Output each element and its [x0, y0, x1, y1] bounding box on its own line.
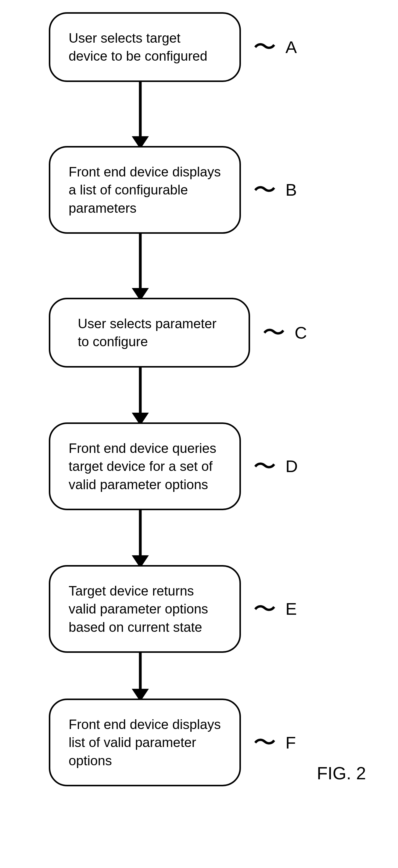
- step-b-label: B: [285, 180, 297, 199]
- flowchart: User selects target device to be configu…: [12, 12, 378, 786]
- step-e-box: Target device returns valid parameter op…: [49, 565, 241, 653]
- step-b-label-group: 〜 B: [253, 178, 297, 202]
- step-d-box: Front end device queries target device f…: [49, 423, 241, 510]
- arrow-d-e: [12, 510, 378, 568]
- step-f-box: Front end device displays list of valid …: [49, 699, 241, 786]
- tilde-icon: 〜: [253, 178, 276, 202]
- step-c-text: User selects parameter to configure: [78, 314, 230, 351]
- tilde-icon: 〜: [253, 731, 276, 754]
- tilde-icon: 〜: [253, 455, 276, 478]
- step-f-text: Front end device displays list of valid …: [68, 715, 221, 770]
- step-d-row: Front end device queries target device f…: [12, 423, 378, 510]
- step-e-text: Target device returns valid parameter op…: [68, 582, 221, 636]
- arrow-a-b: [12, 82, 378, 149]
- step-a-box: User selects target device to be configu…: [49, 12, 241, 82]
- tilde-icon: 〜: [262, 321, 285, 344]
- step-a-row: User selects target device to be configu…: [12, 12, 378, 82]
- step-d-text: Front end device queries target device f…: [68, 439, 221, 493]
- figure-label: FIG. 2: [317, 763, 366, 783]
- step-b-box: Front end device displays a list of conf…: [49, 146, 241, 234]
- step-b-row: Front end device displays a list of conf…: [12, 146, 378, 234]
- tilde-icon: 〜: [253, 35, 276, 59]
- step-c-row: User selects parameter to configure 〜 C: [12, 298, 378, 368]
- tilde-icon: 〜: [253, 597, 276, 621]
- step-d-label-group: 〜 D: [253, 455, 298, 478]
- step-c-box: User selects parameter to configure: [49, 298, 250, 368]
- step-b-text: Front end device displays a list of conf…: [68, 163, 221, 217]
- step-a-label: A: [285, 37, 297, 57]
- arrow-e-f: [12, 653, 378, 702]
- step-a-label-group: 〜 A: [253, 35, 297, 59]
- arrow-b-c: [12, 234, 378, 301]
- step-c-label-group: 〜 C: [262, 321, 307, 344]
- step-d-label: D: [285, 456, 298, 476]
- arrow-c-d: [12, 368, 378, 426]
- step-f-label-group: 〜 F: [253, 731, 296, 754]
- step-c-label: C: [294, 323, 307, 343]
- step-e-row: Target device returns valid parameter op…: [12, 565, 378, 653]
- step-e-label: E: [285, 599, 297, 619]
- step-e-label-group: 〜 E: [253, 597, 297, 621]
- step-f-label: F: [285, 733, 296, 752]
- step-a-text: User selects target device to be configu…: [68, 29, 221, 65]
